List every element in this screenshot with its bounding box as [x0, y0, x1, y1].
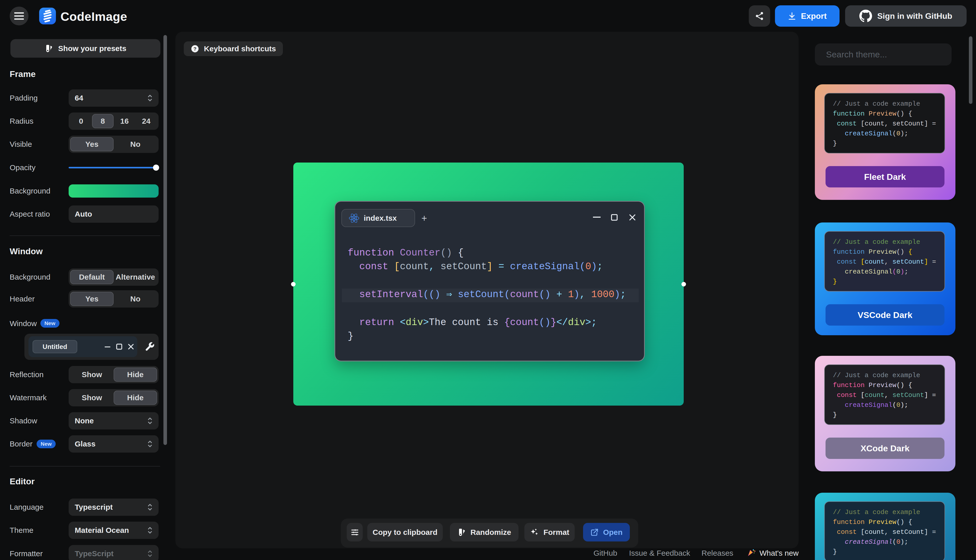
svg-text:?: ?: [194, 46, 197, 52]
